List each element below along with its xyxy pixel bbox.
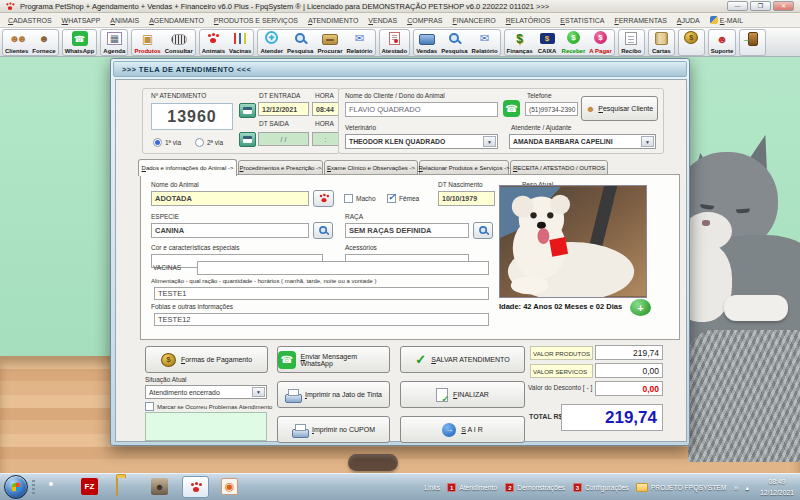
- services-value-field[interactable]: 0,00: [595, 363, 663, 378]
- female-checkbox[interactable]: Fêmea: [387, 194, 419, 203]
- add-photo-button[interactable]: [630, 299, 651, 316]
- tab-procedimentos[interactable]: Procedimentos e Prescrição ->: [238, 160, 323, 175]
- client-name-field[interactable]: FLAVIO QUADRADO: [345, 102, 498, 117]
- animal-paw-button[interactable]: [313, 190, 334, 207]
- toolbar-recibo-button[interactable]: Recibo: [619, 30, 644, 55]
- taskbar-shortcut[interactable]: 1 Atendimento: [447, 483, 497, 492]
- toolbar-consultar-button[interactable]: Consultar: [163, 30, 195, 55]
- toolbar-relatorio-button[interactable]: Relatório: [344, 30, 374, 55]
- menu-item[interactable]: ANIMAIS: [105, 17, 144, 24]
- vaccines-field[interactable]: [197, 261, 489, 275]
- menu-item-email[interactable]: E-MAIL: [705, 16, 748, 24]
- app-shortcut-icon[interactable]: [151, 478, 168, 495]
- menu-item[interactable]: CADASTROS: [3, 17, 57, 24]
- taskbar-folder-button[interactable]: PROJETO FPQSYSTEM: [636, 483, 727, 492]
- toolbar-apagar-button[interactable]: A Pagar: [587, 30, 613, 55]
- dt-saida-field[interactable]: / /: [258, 132, 309, 146]
- toolbar-procurar-button[interactable]: Procurar: [315, 30, 344, 55]
- species-field[interactable]: CANINA: [151, 223, 309, 238]
- print-coupon-button[interactable]: Imprimir no CUPOM: [277, 416, 390, 443]
- male-checkbox[interactable]: Macho: [344, 194, 376, 203]
- send-whatsapp-button[interactable]: Enviar Mensagem WhatsApp: [277, 346, 390, 373]
- phobias-field[interactable]: TESTE12: [154, 313, 489, 326]
- menu-item[interactable]: AGENDAMENTO: [144, 17, 209, 24]
- calendar-button[interactable]: [239, 103, 256, 118]
- hora-entrada-field[interactable]: 08:44: [312, 102, 339, 116]
- taskbar-clock[interactable]: 08:49 12/12/2021: [760, 477, 794, 499]
- toolbar-suporte-button[interactable]: Suporte: [709, 30, 736, 55]
- via2-radio[interactable]: 2ª via: [195, 138, 223, 147]
- menu-item[interactable]: RELATÓRIOS: [501, 17, 556, 24]
- menu-item[interactable]: PRODUTOS E SERVIÇOS: [209, 17, 303, 24]
- menu-item[interactable]: WHATSAPP: [57, 17, 106, 24]
- toolbar-atender-button[interactable]: Atender: [258, 30, 285, 55]
- start-button[interactable]: [4, 475, 28, 499]
- menu-item[interactable]: VENDAS: [363, 17, 402, 24]
- tray-expand-arrow[interactable]: ▴: [746, 484, 749, 492]
- products-value-field[interactable]: 219,74: [595, 345, 663, 360]
- breed-search-button[interactable]: [473, 222, 493, 239]
- explorer-folder-icon[interactable]: [116, 478, 118, 496]
- menu-item[interactable]: AJUDA: [672, 17, 705, 24]
- filezilla-icon[interactable]: [81, 478, 98, 495]
- toolbar-vendas-button[interactable]: Vendas: [414, 30, 439, 55]
- petshop-app-taskbar-button[interactable]: [182, 476, 209, 498]
- dialog-titlebar[interactable]: >>> TELA DE ATENDIMENTO <<<: [113, 61, 687, 77]
- taskbar-shortcut[interactable]: 2 Demonstrações: [505, 483, 565, 492]
- save-attendance-button[interactable]: ✓ SALVAR ATENDIMENTO: [400, 346, 525, 373]
- tab-relacionar-produtos[interactable]: Relacionar Produtos e Serviços ->: [419, 160, 509, 175]
- menu-item[interactable]: ATENDIMENTO: [303, 17, 363, 24]
- menu-item[interactable]: FINANCEIRO: [448, 17, 501, 24]
- close-button[interactable]: ✕: [773, 1, 794, 11]
- toolbar-financas-button[interactable]: Finanças: [505, 30, 535, 55]
- toolbar-vacinas-button[interactable]: Vacinas: [227, 30, 253, 55]
- status-dropdown[interactable]: Atendimento encerrado: [145, 385, 267, 399]
- print-inkjet-button[interactable]: Imprimir na Jato de Tinta: [277, 381, 390, 408]
- payment-methods-button[interactable]: Formas de Pagamento: [145, 346, 268, 373]
- hora-saida-field[interactable]: :: [312, 132, 339, 146]
- problem-notes-area[interactable]: [145, 412, 267, 441]
- breed-field[interactable]: SEM RAÇAS DEFINIDA: [345, 223, 469, 238]
- whatsapp-icon[interactable]: [503, 100, 520, 117]
- toolbar-receber-button[interactable]: Receber: [560, 30, 588, 55]
- tab-receita-atestado[interactable]: RECEITA / ATESTADO / OUTROS: [510, 160, 608, 175]
- toolbar-pesquisa-button[interactable]: Pesquisa: [285, 30, 315, 55]
- toolbar-sair-button[interactable]: [740, 30, 765, 55]
- toolbar-atestado-button[interactable]: Atestado: [380, 30, 410, 55]
- taskbar-shortcut[interactable]: 3 Configurações: [573, 483, 629, 492]
- finalize-button[interactable]: FINALIZAR: [400, 381, 525, 408]
- attendance-number-field[interactable]: 13960: [151, 103, 233, 130]
- menu-item[interactable]: ESTATISTICA: [555, 17, 609, 24]
- vet-dropdown[interactable]: THEODOR KLEN QUADRADO: [345, 134, 498, 149]
- toolbar-agenda-button[interactable]: Agenda: [101, 30, 127, 55]
- via1-radio[interactable]: 1ª via: [153, 138, 181, 147]
- search-client-button[interactable]: ☻ Pesquisar Cliente: [581, 96, 658, 121]
- problem-checkbox[interactable]: Marcar se Ocorreu Problemas Atendimento: [145, 402, 272, 411]
- tab-exame-clinico[interactable]: Exame Clínico e Observações ->: [324, 160, 418, 175]
- toolbar-moeda-button[interactable]: [679, 30, 704, 55]
- menu-item[interactable]: COMPRAS: [402, 17, 447, 24]
- toolbar-relatorio2-button[interactable]: Relatório: [470, 30, 500, 55]
- restore-button[interactable]: ❐: [750, 1, 771, 11]
- animal-name-field[interactable]: ADOTADA: [151, 191, 309, 206]
- tab-dados-animal[interactable]: Dados e informações do Animal ->: [138, 159, 237, 176]
- phone-field[interactable]: (51)99734-2390: [525, 102, 578, 116]
- toolbar-animais-button[interactable]: Animais: [200, 30, 227, 55]
- minimize-button[interactable]: —: [727, 1, 748, 11]
- calendar-button[interactable]: [239, 132, 256, 147]
- toolbar-clientes-button[interactable]: Clientes: [3, 30, 30, 55]
- links-toolbar-label[interactable]: Links: [424, 484, 440, 491]
- menu-item[interactable]: FERRAMENTAS: [609, 17, 671, 24]
- toolbar-caixa-button[interactable]: CAIXA: [535, 30, 560, 55]
- species-search-button[interactable]: [313, 222, 333, 239]
- eye-app-icon[interactable]: [221, 478, 238, 495]
- exit-button[interactable]: → S A I R: [400, 416, 525, 443]
- chevron-overflow[interactable]: »: [734, 483, 739, 493]
- toolbar-pesquisa2-button[interactable]: Pesquisa: [439, 30, 469, 55]
- discount-field[interactable]: 0,00: [595, 381, 663, 396]
- feeding-field[interactable]: TESTE1: [154, 287, 489, 300]
- toolbar-fornecedor-button[interactable]: Fornece: [30, 30, 57, 55]
- toolbar-whatsapp-button[interactable]: WhatsApp: [63, 30, 97, 55]
- birth-field[interactable]: 10/10/1979: [438, 191, 495, 206]
- attendant-dropdown[interactable]: AMANDA BARBARA CAPELINI: [509, 134, 656, 149]
